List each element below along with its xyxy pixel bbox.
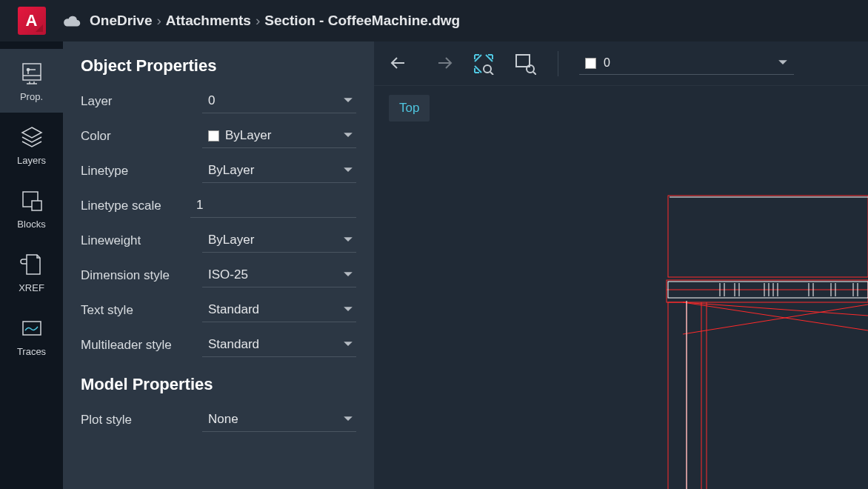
section-title-model-properties: Model Properties: [81, 375, 356, 394]
chevron-right-icon: ›: [256, 13, 260, 29]
linetype-scale-input[interactable]: [190, 193, 356, 218]
layer-select[interactable]: 0: [202, 89, 356, 113]
svg-line-12: [490, 72, 493, 75]
sidebar-item-label: Prop.: [20, 91, 43, 102]
chevron-down-icon: [343, 97, 353, 104]
section-title-object-properties: Object Properties: [81, 56, 356, 76]
sidebar-item-label: XREF: [19, 282, 44, 293]
breadcrumb: OneDrive › Attachments › Section - Coffe…: [63, 13, 460, 29]
color-swatch: [585, 58, 596, 69]
sidebar-item-properties[interactable]: Prop.: [0, 49, 63, 113]
svg-rect-16: [668, 196, 868, 277]
plot-style-label: Plot style: [81, 413, 202, 428]
chevron-right-icon: ›: [156, 13, 161, 29]
canvas-toolbar: 0: [374, 41, 868, 86]
breadcrumb-item[interactable]: Section - CoffeeMachine.dwg: [264, 13, 460, 29]
svg-rect-0: [23, 64, 41, 80]
svg-point-5: [27, 68, 29, 70]
svg-rect-10: [23, 322, 41, 335]
zoom-window-button[interactable]: [513, 52, 537, 76]
sidebar-item-label: Layers: [17, 155, 46, 166]
chevron-down-icon: [343, 132, 353, 139]
sidebar-item-layers[interactable]: Layers: [0, 113, 63, 176]
chevron-down-icon: [343, 416, 353, 422]
multileader-style-select[interactable]: Standard: [202, 333, 356, 357]
chevron-down-icon: [343, 341, 353, 347]
chevron-down-icon: [343, 167, 353, 173]
text-style-select[interactable]: Standard: [202, 298, 356, 322]
color-label: Color: [81, 129, 202, 144]
color-select[interactable]: ByLayer: [202, 124, 356, 148]
zoom-extents-button[interactable]: [472, 52, 495, 76]
layer-label: Layer: [81, 94, 202, 109]
undo-button[interactable]: [389, 52, 413, 76]
breadcrumb-item[interactable]: Attachments: [166, 13, 251, 29]
current-layer-select[interactable]: 0: [579, 52, 794, 75]
toolbar-divider: [558, 51, 558, 76]
svg-line-19: [683, 302, 868, 330]
breadcrumb-item[interactable]: OneDrive: [90, 13, 152, 29]
properties-icon: [19, 60, 45, 87]
dimension-style-select[interactable]: ISO-25: [202, 263, 356, 287]
svg-rect-17: [667, 280, 868, 302]
autocad-logo-icon: [18, 7, 46, 35]
properties-panel: Object Properties Layer 0 Color ByLayer …: [63, 41, 374, 489]
linetype-scale-label: Linetype scale: [81, 199, 190, 213]
svg-rect-9: [32, 201, 41, 210]
multileader-style-label: Multileader style: [81, 338, 202, 353]
blocks-icon: [19, 187, 45, 214]
plot-style-select[interactable]: None: [202, 408, 356, 432]
lineweight-select[interactable]: ByLayer: [202, 228, 356, 253]
color-swatch: [208, 130, 219, 142]
xref-icon: [19, 251, 45, 278]
linetype-label: Linetype: [81, 164, 202, 179]
cloud-icon: [63, 16, 81, 27]
drawing-canvas-area: 0 Top: [374, 41, 868, 489]
chevron-down-icon: [343, 306, 353, 313]
sidebar-item-traces[interactable]: Traces: [0, 304, 63, 367]
sidebar-item-label: Blocks: [17, 219, 45, 230]
chevron-down-icon: [343, 236, 353, 243]
drawing-content[interactable]: [661, 190, 868, 489]
dimension-style-label: Dimension style: [81, 268, 202, 283]
chevron-down-icon: [778, 59, 788, 66]
current-layer-value: 0: [604, 56, 610, 70]
traces-icon: [19, 315, 45, 342]
linetype-select[interactable]: ByLayer: [202, 159, 356, 183]
svg-rect-13: [516, 55, 530, 67]
chevron-down-icon: [343, 271, 353, 278]
layers-icon: [19, 124, 45, 150]
sidebar-item-label: Traces: [17, 346, 46, 357]
svg-rect-22: [668, 302, 687, 489]
sidebar: Prop. Layers Blocks XREF Traces: [0, 41, 63, 489]
sidebar-item-blocks[interactable]: Blocks: [0, 176, 63, 240]
text-style-label: Text style: [81, 303, 202, 318]
lineweight-label: Lineweight: [81, 233, 202, 248]
app-logo[interactable]: [0, 7, 63, 35]
view-orientation-badge[interactable]: Top: [389, 95, 430, 122]
sidebar-item-xref[interactable]: XREF: [0, 240, 63, 304]
redo-button[interactable]: [430, 52, 454, 76]
svg-line-15: [533, 72, 536, 75]
titlebar: OneDrive › Attachments › Section - Coffe…: [0, 0, 868, 41]
svg-point-11: [484, 65, 491, 73]
